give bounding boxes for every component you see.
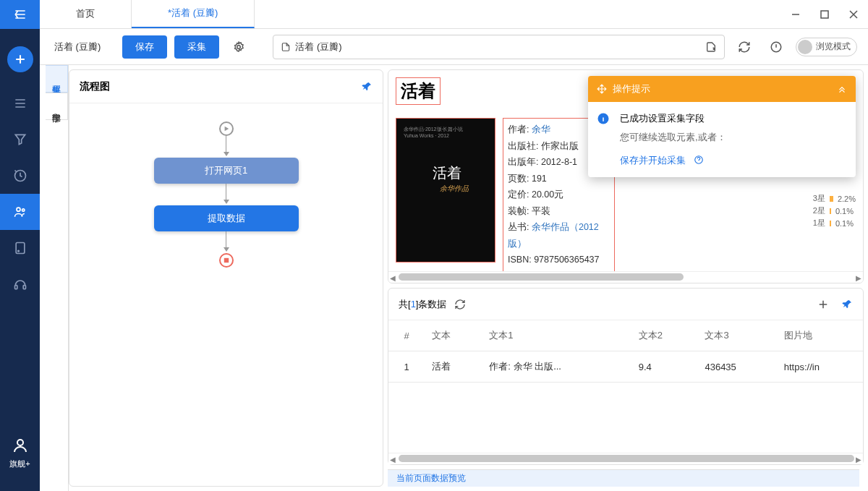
nav-support-icon[interactable]	[0, 266, 40, 302]
svg-rect-8	[821, 11, 828, 18]
maximize-icon[interactable]	[810, 0, 839, 29]
nav-rail: 旗舰+	[0, 0, 40, 491]
run-button[interactable]: 采集	[174, 35, 219, 59]
collapse-icon[interactable]	[837, 84, 847, 94]
node-extract-data[interactable]: 提取数据	[154, 205, 299, 231]
side-tab-fields[interactable]: 全部字段	[46, 93, 68, 120]
alert-icon[interactable]	[764, 35, 788, 59]
nav-filter-icon[interactable]	[0, 121, 40, 158]
svg-point-9	[237, 45, 241, 48]
url-text: 活着 (豆瓣)	[295, 40, 341, 54]
popup-success-text: 已成功设置采集字段	[620, 112, 846, 125]
settings-icon[interactable]	[226, 35, 251, 59]
grid-header: 共[1]条数据	[388, 289, 863, 320]
task-name: 活着 (豆瓣)	[51, 40, 115, 54]
page-icon	[281, 42, 291, 52]
svg-rect-5	[14, 286, 17, 289]
save-and-run-link[interactable]: 保存并开始采集	[620, 155, 686, 166]
svg-rect-6	[23, 286, 25, 289]
minimize-icon[interactable]	[781, 0, 810, 29]
pin-icon[interactable]	[361, 81, 373, 93]
popup-sub-text: 您可继续选取元素,或者：	[620, 131, 846, 144]
svg-point-2	[22, 209, 24, 211]
flow-title: 流程图	[80, 80, 110, 93]
url-bar[interactable]: 活着 (豆瓣)	[273, 35, 725, 59]
preview-scrollbar[interactable]: ◀ ▶	[388, 271, 863, 283]
add-column-icon[interactable]	[817, 298, 830, 311]
svg-rect-3	[16, 243, 25, 254]
menu-toggle[interactable]	[0, 0, 40, 29]
nav-storage-icon[interactable]	[0, 230, 40, 266]
col-idx[interactable]: #	[388, 320, 425, 351]
flow-panel: 流程图 打开网页1 提取数据	[69, 69, 383, 487]
info-icon	[597, 112, 610, 125]
node-open-page[interactable]: 打开网页1	[154, 158, 299, 184]
side-tabs: 采集流程 全部字段	[46, 65, 69, 491]
popup-title: 操作提示	[613, 82, 650, 95]
record-count: 1	[411, 299, 416, 309]
main: 首页 *活着 (豆瓣) 活着 (豆瓣) 保存 采集 活着 (豆瓣) 浏览模式 采…	[40, 0, 868, 491]
save-button[interactable]: 保存	[122, 35, 167, 59]
tab-home[interactable]: 首页	[40, 0, 132, 28]
col-text3[interactable]: 文本3	[697, 320, 776, 351]
flow-canvas: 打开网页1 提取数据	[69, 103, 383, 486]
open-external-icon[interactable]	[705, 41, 717, 53]
grid-pin-icon[interactable]	[841, 299, 853, 310]
toggle-knob	[798, 40, 812, 54]
data-table: # 文本 文本1 文本2 文本3 图片地 1 活着 作者: 余华 出版...	[388, 320, 863, 383]
refresh-icon[interactable]	[732, 35, 757, 59]
end-node[interactable]	[219, 253, 234, 268]
svg-point-7	[17, 440, 23, 445]
side-tab-flow[interactable]: 采集流程	[46, 65, 68, 93]
flow-header: 流程图	[69, 70, 383, 103]
nav-list-icon[interactable]	[0, 85, 40, 121]
plan-label: 旗舰+	[9, 458, 30, 469]
col-text2[interactable]: 文本2	[631, 320, 698, 351]
close-icon[interactable]	[839, 0, 868, 29]
grid-scrollbar[interactable]: ◀ ▶	[388, 453, 863, 464]
plan-badge[interactable]: 旗舰+	[9, 437, 30, 491]
col-text[interactable]: 文本	[425, 320, 482, 351]
col-text1[interactable]: 文本1	[482, 320, 631, 351]
body: 采集流程 全部字段 流程图 打开网页1 提取数据	[40, 65, 868, 491]
right-area: 活着 余华作品·2012版·长篇小说Yuhua Works · 2012 活着 …	[388, 69, 864, 487]
mode-label: 浏览模式	[816, 40, 851, 53]
table-row[interactable]: 1 活着 作者: 余华 出版... 9.4 436435 https://in	[388, 351, 863, 383]
add-task-button[interactable]	[7, 46, 33, 72]
preview-panel: 活着 余华作品·2012版·长篇小说Yuhua Works · 2012 活着 …	[388, 69, 864, 283]
tab-active[interactable]: *活着 (豆瓣)	[132, 0, 255, 28]
svg-rect-11	[224, 258, 228, 262]
col-image[interactable]: 图片地	[777, 320, 863, 351]
move-icon	[597, 84, 607, 94]
toolbar: 活着 (豆瓣) 保存 采集 活着 (豆瓣) 浏览模式	[40, 29, 868, 65]
nav-team-icon[interactable]	[0, 194, 40, 230]
rating-stats: 3星2.2% 2星0.1% 1星0.1%	[813, 193, 856, 230]
window-controls	[781, 0, 868, 29]
tab-bar: 首页 *活着 (豆瓣)	[40, 0, 868, 29]
mode-toggle[interactable]: 浏览模式	[796, 38, 857, 56]
svg-point-4	[17, 250, 19, 252]
svg-point-1	[17, 208, 20, 211]
footer-tab[interactable]: 当前页面数据预览	[388, 469, 859, 487]
start-node[interactable]	[219, 121, 234, 136]
nav-schedule-icon[interactable]	[0, 158, 40, 194]
help-icon[interactable]	[694, 155, 704, 165]
hint-popup: 操作提示 已成功设置采集字段 您可继续选取元素,或者： 保存并开始采集	[588, 76, 856, 177]
book-title[interactable]: 活着	[396, 77, 441, 105]
popup-body: 已成功设置采集字段 您可继续选取元素,或者： 保存并开始采集	[588, 102, 856, 177]
popup-header[interactable]: 操作提示	[588, 76, 856, 102]
data-grid-panel: 共[1]条数据 # 文本 文本1 文本2	[388, 288, 864, 465]
book-cover[interactable]: 余华作品·2012版·长篇小说Yuhua Works · 2012 活着 余华作…	[396, 118, 495, 262]
grid-refresh-icon[interactable]	[454, 299, 466, 310]
